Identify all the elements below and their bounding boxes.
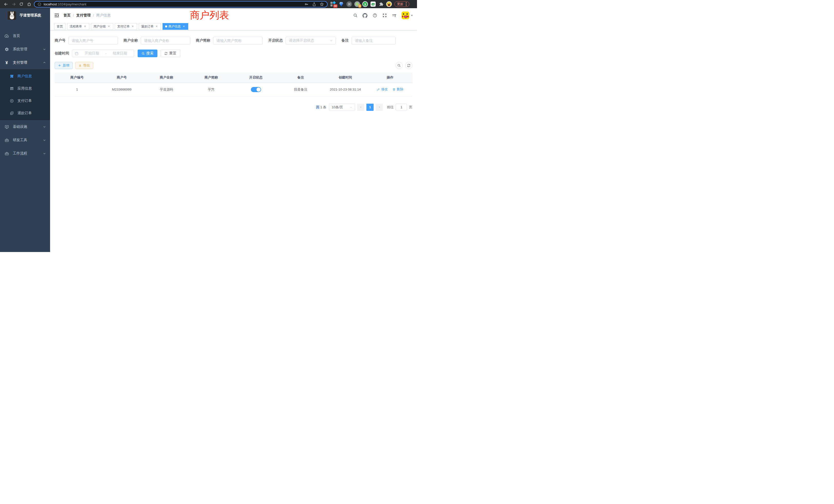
full-name-input[interactable] bbox=[141, 37, 190, 44]
status-toggle[interactable] bbox=[251, 87, 261, 92]
browser-update-button[interactable]: 更新 bbox=[394, 1, 409, 7]
trash-icon bbox=[392, 88, 396, 91]
browser-forward-icon[interactable] bbox=[10, 1, 18, 8]
edit-button[interactable]: 修改 bbox=[377, 87, 388, 92]
tab-pay-order[interactable]: 支付订单 bbox=[115, 23, 137, 30]
password-key-icon[interactable] bbox=[304, 2, 309, 6]
sidebar-item-system[interactable]: 系统管理 bbox=[0, 43, 50, 56]
navbar-actions: TT bbox=[353, 12, 413, 19]
merchant-no-input[interactable] bbox=[68, 37, 118, 44]
yen-circle-icon bbox=[10, 99, 14, 103]
avatar bbox=[401, 12, 409, 19]
plus-icon bbox=[58, 64, 61, 67]
extension-chat-icon[interactable] bbox=[370, 1, 376, 7]
tags-view: 首页 流程表单 用户分组 支付订单 退款订单 商户信息 bbox=[50, 23, 417, 30]
yen-icon: ¥ bbox=[4, 60, 9, 65]
toolbox-icon bbox=[4, 138, 9, 142]
sidebar-item-home[interactable]: 首页 bbox=[0, 29, 50, 43]
field-label: 备注 bbox=[342, 38, 349, 43]
search-icon bbox=[141, 52, 145, 55]
font-size-icon[interactable]: TT bbox=[392, 13, 397, 18]
extension-emoji-icon[interactable] bbox=[386, 1, 392, 7]
calendar-icon bbox=[75, 51, 79, 55]
tab-process-form[interactable]: 流程表单 bbox=[67, 23, 89, 30]
page-info-icon[interactable] bbox=[38, 2, 41, 6]
export-button[interactable]: 导出 bbox=[75, 62, 93, 69]
breadcrumb-home[interactable]: 首页 bbox=[63, 13, 71, 18]
help-icon[interactable] bbox=[372, 13, 377, 18]
start-date-placeholder: 开始日期 bbox=[81, 51, 103, 56]
extension-command-icon[interactable] bbox=[346, 1, 352, 7]
sidebar-item-label: 应用信息 bbox=[18, 86, 32, 91]
tab-home[interactable]: 首页 bbox=[54, 23, 65, 30]
browser-home-icon[interactable] bbox=[25, 1, 33, 8]
close-icon[interactable] bbox=[182, 25, 185, 28]
filter-row-1: 商户号 商户全称 商户简称 开启状态 请选择开启状态 bbox=[55, 37, 412, 44]
page-number-current[interactable]: 1 bbox=[367, 104, 374, 111]
caret-down-icon bbox=[411, 15, 413, 16]
sidebar-item-refund-order[interactable]: 退款订单 bbox=[0, 107, 50, 119]
filter-row-2: 创建时间 开始日期 - 结束日期 搜索 bbox=[55, 49, 412, 57]
delete-button[interactable]: 删除 bbox=[392, 87, 403, 92]
payment-submenu: 商户信息 应用信息 支付订单 bbox=[0, 69, 50, 120]
breadcrumb-payment[interactable]: 支付管理 bbox=[76, 13, 91, 18]
column-header: 开启状态 bbox=[234, 73, 278, 83]
sidebar-item-infra[interactable]: 基础设施 bbox=[0, 120, 50, 134]
short-name-input[interactable] bbox=[213, 37, 263, 44]
refresh-table-button[interactable] bbox=[405, 62, 412, 69]
github-icon[interactable] bbox=[363, 13, 368, 18]
remark-input[interactable] bbox=[352, 37, 396, 44]
browser-reload-icon[interactable] bbox=[18, 1, 25, 8]
field-label: 开启状态 bbox=[268, 38, 283, 43]
add-button[interactable]: 新增 bbox=[55, 62, 73, 69]
download-icon bbox=[79, 64, 82, 67]
tab-user-group[interactable]: 用户分组 bbox=[91, 23, 113, 30]
extension-y-icon[interactable]: y bbox=[362, 1, 368, 7]
goto-page-input[interactable] bbox=[396, 104, 407, 111]
reset-button[interactable]: 重置 bbox=[160, 49, 180, 57]
column-header: 商户简称 bbox=[189, 73, 234, 83]
range-separator: - bbox=[105, 51, 107, 55]
chevron-down-icon bbox=[43, 125, 46, 128]
next-page-button[interactable] bbox=[376, 104, 383, 111]
bookmark-star-icon[interactable] bbox=[320, 2, 324, 6]
user-menu[interactable] bbox=[401, 12, 413, 19]
breadcrumb: 首页 / 支付管理 / 商户信息 bbox=[63, 13, 111, 18]
extensions-puzzle-icon[interactable] bbox=[378, 1, 384, 7]
fullscreen-icon[interactable] bbox=[382, 13, 387, 18]
field-label: 创建时间 bbox=[55, 51, 69, 56]
sidebar-item-app-info[interactable]: 应用信息 bbox=[0, 83, 50, 95]
extension-recorder-icon[interactable]: 1 bbox=[354, 1, 360, 7]
chevron-down-icon bbox=[43, 152, 46, 155]
prev-page-button[interactable] bbox=[357, 104, 364, 111]
extension-grid-icon[interactable]: 10 bbox=[330, 1, 336, 7]
sidebar-logo[interactable]: 芋道管理系统 bbox=[0, 8, 50, 23]
status-select[interactable]: 请选择开启状态 bbox=[286, 37, 336, 44]
page-size-select[interactable]: 10条/页 bbox=[329, 104, 355, 111]
sidebar-item-pay-order[interactable]: 支付订单 bbox=[0, 95, 50, 107]
sidebar-item-workflow[interactable]: 工作流程 bbox=[0, 147, 50, 160]
close-icon[interactable] bbox=[131, 25, 135, 28]
sidebar-item-label: 基础设施 bbox=[13, 124, 27, 129]
extension-drop-icon[interactable] bbox=[338, 1, 344, 7]
sidebar-collapse-icon[interactable] bbox=[54, 13, 59, 18]
share-icon[interactable] bbox=[312, 2, 316, 6]
sidebar-item-payment[interactable]: ¥ 支付管理 bbox=[0, 56, 50, 69]
address-bar[interactable]: localhost:1024/pay/merchant bbox=[34, 1, 328, 7]
column-header: 商户编号 bbox=[55, 73, 100, 83]
tab-merchant-info[interactable]: 商户信息 bbox=[162, 23, 188, 30]
header-search-icon[interactable] bbox=[353, 13, 358, 18]
sidebar-item-dev-tools[interactable]: 研发工具 bbox=[0, 134, 50, 147]
search-button[interactable]: 搜索 bbox=[138, 49, 157, 57]
close-icon[interactable] bbox=[83, 25, 87, 28]
close-icon[interactable] bbox=[155, 25, 158, 28]
browser-back-icon[interactable] bbox=[2, 1, 10, 8]
close-icon[interactable] bbox=[107, 25, 111, 28]
tab-refund-order[interactable]: 退款订单 bbox=[139, 23, 161, 30]
documents-icon bbox=[10, 111, 14, 115]
create-time-range-picker[interactable]: 开始日期 - 结束日期 bbox=[72, 49, 134, 57]
toggle-search-button[interactable] bbox=[395, 62, 403, 69]
sidebar-item-label: 商户信息 bbox=[18, 74, 32, 78]
sidebar-item-merchant-info[interactable]: 商户信息 bbox=[0, 70, 50, 83]
sidebar-item-label: 工作流程 bbox=[13, 151, 27, 156]
